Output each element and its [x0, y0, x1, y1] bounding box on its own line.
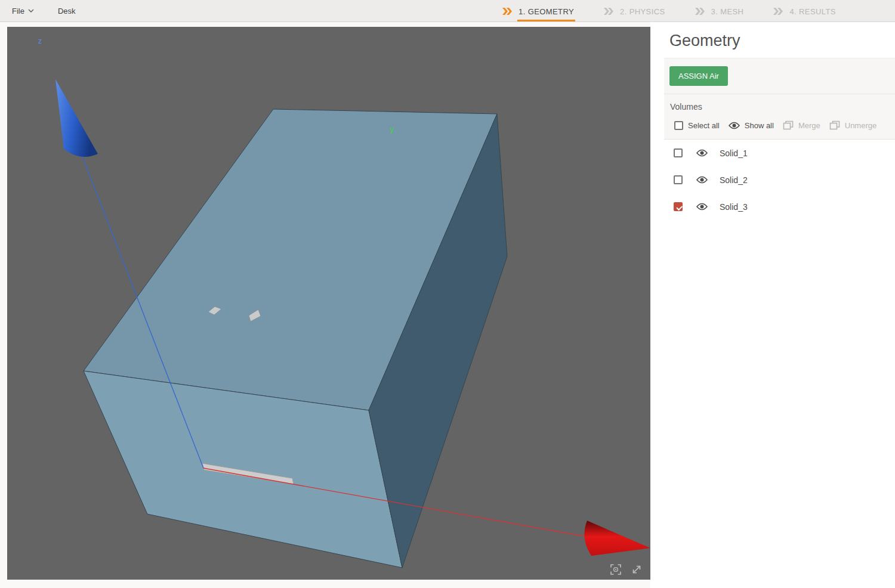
visibility-eye-icon[interactable]: [696, 203, 708, 211]
eye-icon: [729, 122, 740, 129]
tab-mesh-label: 3. MESH: [710, 1, 745, 21]
desk-menu-label: Desk: [58, 7, 76, 16]
page-title: Geometry: [664, 22, 895, 58]
tab-geometry-label: 1. GEOMETRY: [517, 1, 575, 21]
solid-name: Solid_3: [720, 202, 748, 212]
file-menu[interactable]: File: [12, 7, 34, 16]
unmerge-label: Unmerge: [845, 121, 877, 130]
volumes-list: Solid_1 Solid_2 Solid_3: [664, 140, 895, 220]
tab-geometry[interactable]: 1. GEOMETRY: [502, 0, 575, 21]
merge-control[interactable]: Merge: [783, 120, 820, 130]
tab-results-label: 4. RESULTS: [788, 1, 837, 21]
unmerge-icon: [829, 120, 840, 130]
geometry-scene: z y: [7, 27, 650, 580]
show-all-control[interactable]: Show all: [729, 121, 774, 130]
file-menu-label: File: [12, 7, 24, 16]
select-all-control[interactable]: Select all: [674, 121, 720, 130]
tab-physics[interactable]: 2. PHYSICS: [604, 0, 666, 21]
select-all-label: Select all: [688, 121, 720, 130]
volumes-section: Volumes Select all Show all: [664, 94, 895, 140]
merge-icon: [783, 120, 794, 130]
z-axis-label: z: [38, 37, 42, 45]
double-chevron-icon: [502, 8, 512, 15]
fit-view-icon[interactable]: [610, 564, 621, 575]
double-chevron-icon: [773, 8, 783, 15]
solid-name: Solid_2: [720, 175, 748, 185]
solid-name: Solid_1: [720, 148, 748, 158]
visibility-eye-icon[interactable]: [696, 176, 708, 184]
solid-2-checkbox[interactable]: [674, 175, 683, 184]
workflow-steps: 1. GEOMETRY 2. PHYSICS 3. MESH 4. RESULT…: [502, 0, 837, 21]
viewport-toolbar: [610, 564, 642, 575]
z-axis-cone: [55, 79, 98, 157]
top-menubar: File Desk 1. GEOMETRY 2. PHYSICS 3. MESH: [0, 0, 895, 22]
list-item-solid-2[interactable]: Solid_2: [664, 166, 895, 193]
volumes-toolbar: Select all Show all Merge: [674, 120, 895, 130]
volumes-label: Volumes: [670, 102, 895, 112]
desk-menu[interactable]: Desk: [58, 7, 76, 16]
viewport-3d[interactable]: z y: [7, 27, 650, 580]
y-axis-label: y: [390, 125, 394, 134]
show-all-label: Show all: [745, 121, 774, 130]
list-item-solid-1[interactable]: Solid_1: [664, 140, 895, 166]
tab-results[interactable]: 4. RESULTS: [773, 0, 837, 21]
double-chevron-icon: [695, 8, 705, 15]
chevron-down-icon: [28, 9, 34, 13]
tab-mesh[interactable]: 3. MESH: [695, 0, 745, 21]
unmerge-control[interactable]: Unmerge: [829, 120, 877, 130]
merge-label: Merge: [798, 121, 820, 130]
expand-view-icon[interactable]: [631, 564, 642, 575]
list-item-solid-3[interactable]: Solid_3: [664, 193, 895, 220]
solid-1-checkbox[interactable]: [674, 148, 683, 157]
double-chevron-icon: [604, 8, 613, 15]
tab-physics-label: 2. PHYSICS: [619, 1, 666, 21]
select-all-checkbox[interactable]: [674, 121, 683, 130]
solid-3-checkbox[interactable]: [674, 202, 683, 211]
geometry-panel: Geometry ASSIGN Air Volumes Select all S…: [650, 22, 895, 588]
assign-section: ASSIGN Air: [664, 58, 895, 94]
visibility-eye-icon[interactable]: [696, 149, 708, 157]
x-axis-cone: [584, 521, 650, 556]
assign-air-button[interactable]: ASSIGN Air: [669, 66, 728, 86]
